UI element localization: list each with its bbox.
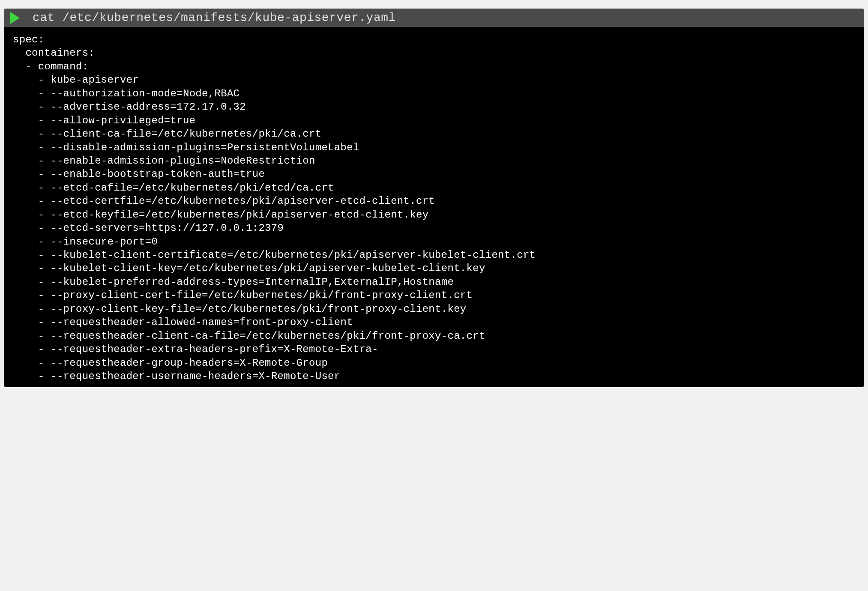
yaml-line: - --enable-admission-plugins=NodeRestric…: [13, 154, 855, 167]
yaml-line: - --authorization-mode=Node,RBAC: [13, 87, 855, 100]
yaml-line: - --etcd-certfile=/etc/kubernetes/pki/ap…: [13, 194, 855, 208]
terminal-window: cat /etc/kubernetes/manifests/kube-apise…: [4, 9, 864, 387]
yaml-line: - --advertise-address=172.17.0.32: [13, 100, 855, 113]
yaml-line: - --etcd-keyfile=/etc/kubernetes/pki/api…: [13, 208, 855, 221]
yaml-line: - --etcd-cafile=/etc/kubernetes/pki/etcd…: [13, 181, 855, 194]
yaml-line: - --allow-privileged=true: [13, 114, 855, 127]
yaml-line: - --requestheader-group-headers=X-Remote…: [13, 356, 855, 370]
yaml-line: - --kubelet-client-key=/etc/kubernetes/p…: [13, 262, 855, 275]
yaml-line: - --client-ca-file=/etc/kubernetes/pki/c…: [13, 127, 855, 140]
yaml-line: - --requestheader-allowed-names=front-pr…: [13, 316, 855, 329]
terminal-output: spec: containers: - command: - kube-apis…: [4, 27, 864, 387]
yaml-line: - command:: [13, 60, 855, 73]
yaml-line: - --requestheader-client-ca-file=/etc/ku…: [13, 329, 855, 343]
terminal-header: cat /etc/kubernetes/manifests/kube-apise…: [4, 9, 864, 27]
command-text: cat /etc/kubernetes/manifests/kube-apise…: [33, 11, 396, 24]
yaml-line: - --proxy-client-key-file=/etc/kubernete…: [13, 302, 855, 316]
yaml-line: - --kubelet-client-certificate=/etc/kube…: [13, 248, 855, 262]
yaml-line: - --etcd-servers=https://127.0.0.1:2379: [13, 221, 855, 235]
yaml-line: - --requestheader-extra-headers-prefix=X…: [13, 343, 855, 356]
yaml-line: - --requestheader-username-headers=X-Rem…: [13, 370, 855, 383]
play-icon[interactable]: [10, 12, 20, 24]
yaml-line: - --insecure-port=0: [13, 235, 855, 248]
yaml-line: - --proxy-client-cert-file=/etc/kubernet…: [13, 289, 855, 302]
yaml-line: containers:: [13, 46, 855, 60]
yaml-line: - --kubelet-preferred-address-types=Inte…: [13, 275, 855, 289]
yaml-line: - --enable-bootstrap-token-auth=true: [13, 167, 855, 181]
yaml-line: - --disable-admission-plugins=Persistent…: [13, 141, 855, 154]
yaml-line: - kube-apiserver: [13, 73, 855, 87]
yaml-line: spec:: [13, 33, 855, 46]
